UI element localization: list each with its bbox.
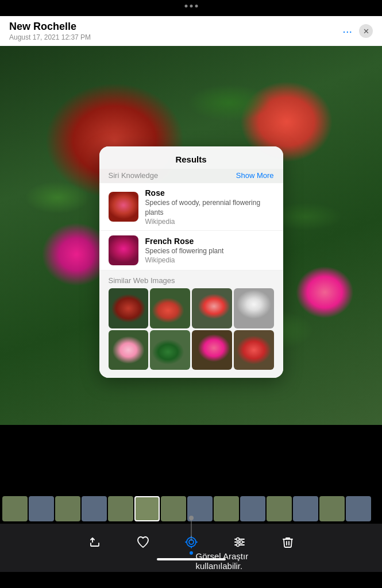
similar-image-7[interactable] <box>192 330 232 370</box>
french-rose-description: Species of flowering plant <box>145 246 274 256</box>
close-button[interactable]: ✕ <box>359 24 373 38</box>
thumbnail-12[interactable] <box>293 496 318 521</box>
rose-name: Rose <box>145 188 274 198</box>
rose-text: Rose Species of woody, perennial floweri… <box>145 188 274 226</box>
tooltip-line1: Görsel Araştır <box>196 551 249 561</box>
wifi-icon <box>345 4 354 13</box>
similar-images-label: Similar Web Images <box>99 270 283 288</box>
status-bar: 9:41 AM <box>0 0 382 16</box>
similar-image-8[interactable] <box>234 330 274 370</box>
french-rose-source: Wikipedia <box>145 256 274 264</box>
svg-point-10 <box>236 544 239 547</box>
close-icon: ✕ <box>363 27 369 36</box>
thumbnail-14[interactable] <box>346 496 371 521</box>
more-options-button[interactable]: ··· <box>342 25 352 38</box>
thumbnail-4[interactable] <box>82 496 107 521</box>
location-title: New Rochelle <box>9 21 91 33</box>
trash-icon <box>281 535 295 549</box>
thumbnail-10[interactable] <box>240 496 265 521</box>
french-rose-text: French Rose Species of flowering plant W… <box>145 236 274 264</box>
similar-images-grid <box>99 288 283 378</box>
thumbnail-3[interactable] <box>55 496 80 521</box>
thumbnail-2[interactable] <box>29 496 54 521</box>
show-more-button[interactable]: Show More <box>236 171 274 180</box>
heart-icon <box>136 535 150 549</box>
tooltip-line <box>191 519 191 541</box>
thumbnail-11[interactable] <box>267 496 292 521</box>
battery-icon <box>358 4 372 13</box>
favorite-button[interactable] <box>133 532 153 552</box>
share-icon <box>88 535 102 549</box>
thumbnail-9[interactable] <box>214 496 239 521</box>
tooltip-text: Görsel Araştır kullanılabilir. <box>196 551 249 571</box>
status-icons <box>345 4 372 13</box>
svg-point-8 <box>236 538 239 541</box>
siri-knowledge-label: Siri Knowledge <box>109 171 159 180</box>
header-title-block: New Rochelle August 17, 2021 12:37 PM <box>9 21 91 41</box>
knowledge-item-french-rose[interactable]: French Rose Species of flowering plant W… <box>99 231 283 270</box>
similar-image-2[interactable] <box>150 288 190 328</box>
tooltip-line2: kullanılabilir. <box>196 561 249 571</box>
similar-image-3[interactable] <box>192 288 232 328</box>
results-title: Results <box>99 146 283 169</box>
rose-thumbnail <box>109 192 138 222</box>
delete-button[interactable] <box>277 532 298 552</box>
header-actions: ··· ✕ <box>342 24 373 38</box>
french-rose-name: French Rose <box>145 236 274 246</box>
photo-area: Results Siri Knowledge Show More Rose Sp… <box>0 46 382 425</box>
french-rose-thumbnail <box>109 235 138 265</box>
svg-point-0 <box>350 10 352 11</box>
adjust-icon <box>233 535 246 549</box>
results-popup: Results Siri Knowledge Show More Rose Sp… <box>99 146 283 378</box>
siri-knowledge-header: Siri Knowledge Show More <box>99 169 283 183</box>
similar-image-5[interactable] <box>109 330 149 370</box>
thumbnail-13[interactable] <box>319 496 345 521</box>
thumbnail-7[interactable] <box>161 496 186 521</box>
similar-image-1[interactable] <box>109 288 149 328</box>
header: New Rochelle August 17, 2021 12:37 PM ··… <box>0 16 382 46</box>
rose-description: Species of woody, perennial flowering pl… <box>145 198 274 218</box>
location-subtitle: August 17, 2021 12:37 PM <box>9 33 91 41</box>
share-button[interactable] <box>84 532 105 552</box>
similar-image-4[interactable] <box>234 288 274 328</box>
thumbnail-6-active[interactable] <box>134 496 160 521</box>
thumbnail-1[interactable] <box>2 496 28 521</box>
similar-image-6[interactable] <box>150 330 190 370</box>
knowledge-item-rose[interactable]: Rose Species of woody, perennial floweri… <box>99 183 283 231</box>
svg-rect-2 <box>358 5 369 10</box>
rose-source: Wikipedia <box>145 218 274 226</box>
svg-point-9 <box>240 541 242 544</box>
status-time: 9:41 AM <box>10 4 38 13</box>
adjust-button[interactable] <box>229 532 250 552</box>
thumbnail-5[interactable] <box>108 496 133 521</box>
